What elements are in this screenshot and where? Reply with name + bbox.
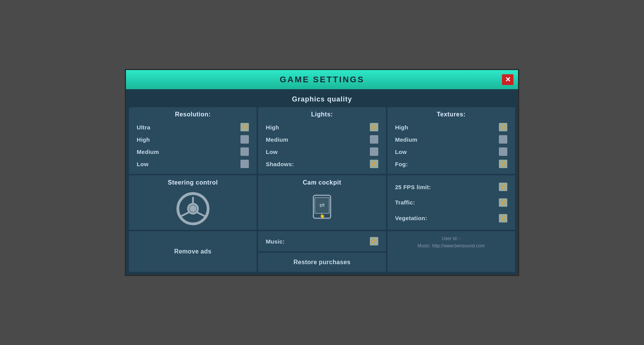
steering-wheel-icon xyxy=(176,191,210,226)
lights-high-checkbox[interactable]: ✓ xyxy=(370,123,378,131)
svg-text:👆: 👆 xyxy=(319,213,325,218)
bottom-grid: Steering control Cam cockpit xyxy=(129,175,515,230)
resolution-high-checkbox[interactable] xyxy=(240,135,249,144)
traffic-row: Traffic: ✓ xyxy=(393,196,510,209)
resolution-ultra-row: Ultra ✓ xyxy=(134,121,251,133)
traffic-checkbox[interactable]: ✓ xyxy=(499,198,507,207)
resolution-low-label: Low xyxy=(137,161,149,167)
textures-medium-checkbox[interactable] xyxy=(499,135,507,144)
cam-cockpit-icon: ⇄ 👆 xyxy=(305,191,339,222)
textures-title: Textures: xyxy=(393,111,510,121)
lights-high-row: High ✓ xyxy=(263,121,380,133)
resolution-ultra-checkbox[interactable]: ✓ xyxy=(240,123,249,131)
lights-low-label: Low xyxy=(266,149,278,155)
svg-line-4 xyxy=(181,213,188,216)
graphics-grid: Resolution: Ultra ✓ High Medium Low xyxy=(129,107,515,174)
textures-high-label: High xyxy=(395,124,409,131)
lights-low-checkbox[interactable] xyxy=(370,147,378,156)
textures-panel: Textures: High ✓ Medium Low Fog: ✓ xyxy=(387,107,515,174)
game-settings-modal: GAME SETTINGS ✕ Graphics quality Resolut… xyxy=(125,69,519,276)
textures-low-label: Low xyxy=(395,149,407,155)
close-button[interactable]: ✕ xyxy=(502,74,513,85)
fog-row: Fog: ✓ xyxy=(393,158,510,170)
resolution-high-label: High xyxy=(137,136,150,143)
modal-header: GAME SETTINGS ✕ xyxy=(126,70,518,89)
traffic-label: Traffic: xyxy=(395,199,415,206)
user-id-text: User Id: - xyxy=(393,235,510,242)
resolution-ultra-label: Ultra xyxy=(137,124,150,131)
resolution-medium-row: Medium xyxy=(134,146,251,158)
fps-checkbox[interactable]: ✓ xyxy=(499,183,507,191)
remove-ads-button[interactable]: Remove ads xyxy=(129,231,257,272)
vegetation-label: Vegetation: xyxy=(395,215,427,221)
music-label: Music: xyxy=(266,238,284,245)
lights-low-row: Low xyxy=(263,146,380,158)
vegetation-row: Vegetation: ✓ xyxy=(393,212,510,224)
svg-line-5 xyxy=(197,213,205,216)
music-credit-text: Music: http://www.bensound.com xyxy=(393,242,510,250)
resolution-title: Resolution: xyxy=(134,111,251,121)
resolution-medium-label: Medium xyxy=(137,149,159,155)
resolution-low-checkbox[interactable] xyxy=(240,160,249,168)
textures-medium-label: Medium xyxy=(395,136,417,143)
cam-cockpit-panel[interactable]: Cam cockpit ⇄ 👆 xyxy=(258,175,386,230)
steering-title: Steering control xyxy=(168,179,218,189)
lights-medium-row: Medium xyxy=(263,133,380,146)
fog-checkbox[interactable]: ✓ xyxy=(499,160,507,168)
shadows-row: Shadows: ✓ xyxy=(263,158,380,170)
music-panel: Music: ✓ xyxy=(258,231,386,251)
lights-medium-label: Medium xyxy=(266,136,288,143)
resolution-low-row: Low xyxy=(134,158,251,170)
shadows-label: Shadows: xyxy=(266,161,294,167)
resolution-high-row: High xyxy=(134,133,251,146)
textures-high-checkbox[interactable]: ✓ xyxy=(499,123,507,131)
music-checkbox[interactable]: ✓ xyxy=(370,237,378,245)
cam-cockpit-title: Cam cockpit xyxy=(303,179,342,189)
music-restore-col: Music: ✓ Restore purchases xyxy=(258,231,386,272)
action-row: Remove ads Music: ✓ Restore purchases Us… xyxy=(129,231,515,272)
lights-title: Lights: xyxy=(263,111,380,121)
fps-row: 25 FPS limit: ✓ xyxy=(393,181,510,193)
resolution-medium-checkbox[interactable] xyxy=(240,147,249,156)
right-options-panel: 25 FPS limit: ✓ Traffic: ✓ Vegetation: ✓ xyxy=(387,175,515,230)
shadows-checkbox[interactable]: ✓ xyxy=(370,160,378,168)
lights-panel: Lights: High ✓ Medium Low Shadows: ✓ xyxy=(258,107,386,174)
steering-panel[interactable]: Steering control xyxy=(129,175,257,230)
svg-point-2 xyxy=(190,205,196,212)
music-row: Music: ✓ xyxy=(263,235,380,247)
textures-high-row: High ✓ xyxy=(393,121,510,133)
resolution-panel: Resolution: Ultra ✓ High Medium Low xyxy=(129,107,257,174)
fog-label: Fog: xyxy=(395,161,408,167)
lights-high-label: High xyxy=(266,124,279,131)
info-panel: User Id: - Music: http://www.bensound.co… xyxy=(387,231,515,272)
modal-title: GAME SETTINGS xyxy=(280,75,364,85)
restore-purchases-button[interactable]: Restore purchases xyxy=(258,253,386,272)
lights-medium-checkbox[interactable] xyxy=(370,135,378,144)
svg-text:⇄: ⇄ xyxy=(319,202,325,209)
fps-label: 25 FPS limit: xyxy=(395,184,431,190)
textures-low-checkbox[interactable] xyxy=(499,147,507,156)
graphics-section-title: Graphics quality xyxy=(129,92,515,107)
modal-body: Graphics quality Resolution: Ultra ✓ Hig… xyxy=(126,89,518,275)
vegetation-checkbox[interactable]: ✓ xyxy=(499,214,507,222)
textures-low-row: Low xyxy=(393,146,510,158)
textures-medium-row: Medium xyxy=(393,133,510,146)
